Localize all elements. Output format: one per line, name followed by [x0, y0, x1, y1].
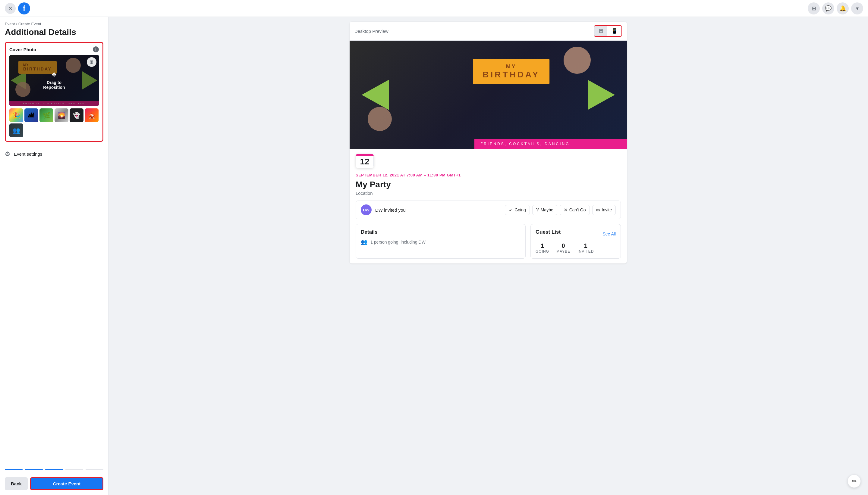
progress-dot-4	[65, 469, 83, 470]
progress-dot-5	[86, 469, 103, 470]
facebook-logo: f	[18, 2, 30, 15]
drag-overlay[interactable]: ✥ Drag toReposition	[9, 55, 99, 106]
grid-icon-button[interactable]: ⊞	[808, 2, 820, 15]
breadcrumb: Event › Create Event	[5, 22, 103, 26]
chevron-down-icon: ▾	[856, 5, 859, 12]
guest-list-title: Guest List	[536, 229, 561, 235]
close-button[interactable]: ✕	[5, 3, 16, 14]
nav-right: ⊞ 💬 🔔 ▾	[808, 2, 863, 15]
details-title: Details	[361, 229, 521, 235]
thumbnail-strip: 🎉 🏙 🌿 🌄 👻 🎪 👥	[9, 108, 99, 137]
invite-button[interactable]: ✉ Invite	[592, 205, 616, 215]
mobile-view-button[interactable]: 📱	[608, 26, 621, 36]
cover-pink-banner: FRIENDS, COCKTAILS, DANCING	[474, 139, 627, 149]
thumbnail-7[interactable]: 👥	[9, 123, 23, 137]
trash-icon: 🗑	[89, 59, 94, 65]
event-content: 12 SEPTEMBER 12, 2021 AT 7:00 AM – 11:30…	[349, 149, 627, 263]
drag-text: Drag toReposition	[43, 80, 65, 90]
create-event-button[interactable]: Create Event	[30, 477, 103, 490]
cover-circle-tr	[563, 47, 591, 74]
see-all-link[interactable]: See All	[603, 232, 616, 236]
date-badge-day: 12	[356, 156, 374, 168]
maybe-stat-label: MAYBE	[556, 249, 570, 254]
people-icon: 👥	[361, 239, 367, 245]
preview-toggle: 🖥 📱	[594, 25, 622, 37]
cant-go-button[interactable]: ✕ Can't Go	[560, 205, 590, 215]
guest-stats: 1 GOING 0 MAYBE 1 INVITED	[536, 242, 616, 254]
maybe-count: 0	[556, 242, 570, 249]
delete-photo-button[interactable]: 🗑	[87, 57, 96, 67]
event-cover-birthday-text: BIRTHDAY	[482, 70, 540, 80]
preview-header: Desktop Preview 🖥 📱	[349, 22, 627, 41]
event-location: Location	[356, 191, 621, 196]
thumbnail-6[interactable]: 🎪	[85, 108, 99, 122]
going-label: Going	[514, 207, 526, 212]
sidebar: Event › Create Event Additional Details …	[0, 17, 109, 495]
two-col-section: Details 👥 1 person going, including DW G…	[356, 224, 621, 259]
messenger-icon: 💬	[825, 5, 832, 12]
mobile-icon: 📱	[611, 28, 618, 34]
cant-go-icon: ✕	[563, 207, 568, 213]
event-datetime: SEPTEMBER 12, 2021 AT 7:00 AM – 11:30 PM…	[356, 173, 621, 177]
desktop-icon: 🖥	[598, 28, 603, 34]
maybe-icon: ?	[536, 207, 539, 212]
going-stat-label: GOING	[536, 249, 549, 254]
gear-icon: ⚙	[5, 150, 10, 157]
invited-stat: 1 INVITED	[577, 242, 594, 254]
progress-dot-2	[25, 469, 43, 470]
going-button[interactable]: ✓ Going	[505, 205, 529, 215]
bottom-buttons: Back Create Event	[5, 475, 103, 490]
edit-icon: ✏	[852, 478, 857, 485]
detail-text-1: 1 person going, including DW	[371, 240, 426, 244]
thumbnail-2[interactable]: 🏙	[24, 108, 38, 122]
thumbnail-5[interactable]: 👻	[70, 108, 83, 122]
maybe-button[interactable]: ? Maybe	[532, 205, 557, 215]
detail-row-1: 👥 1 person going, including DW	[361, 239, 521, 245]
event-cover-card: MY BIRTHDAY	[473, 59, 550, 84]
back-button[interactable]: Back	[5, 477, 28, 490]
rsvp-buttons: ✓ Going ? Maybe ✕ Can't Go ✉	[505, 205, 616, 215]
invited-stat-label: INVITED	[577, 249, 594, 254]
event-name: My Party	[356, 180, 621, 189]
invite-icon: ✉	[596, 207, 600, 213]
bell-icon-button[interactable]: 🔔	[837, 2, 849, 15]
cant-go-label: Can't Go	[569, 207, 586, 212]
info-icon[interactable]: i	[93, 46, 99, 52]
cover-photo-section: Cover Photo i MY BIRTHDAY FRIENDS, COCKT…	[5, 42, 103, 142]
cover-triangle-right-icon	[588, 80, 615, 110]
messenger-icon-button[interactable]: 💬	[822, 2, 834, 15]
date-badge: 12	[356, 154, 374, 168]
account-menu-button[interactable]: ▾	[851, 2, 863, 15]
preview-panel: Desktop Preview 🖥 📱 MY BI	[349, 22, 627, 263]
bell-icon: 🔔	[839, 5, 846, 12]
event-settings[interactable]: ⚙ Event settings	[5, 147, 103, 161]
going-count: 1	[536, 242, 549, 249]
guest-list-header: Guest List See All	[536, 229, 616, 239]
maybe-label: Maybe	[541, 207, 553, 212]
invited-count: 1	[577, 242, 594, 249]
preview-title: Desktop Preview	[355, 29, 389, 34]
event-cover: MY BIRTHDAY FRIENDS, COCKTAILS, DANCING	[349, 41, 627, 149]
page-title: Additional Details	[5, 28, 103, 37]
going-stat: 1 GOING	[536, 242, 549, 254]
cover-photo-label: Cover Photo i	[9, 46, 99, 52]
going-icon: ✓	[509, 207, 513, 213]
invite-label: Invite	[602, 207, 612, 212]
close-icon: ✕	[8, 5, 13, 12]
main-layout: Event › Create Event Additional Details …	[0, 17, 868, 495]
host-text: DW invited you	[375, 207, 501, 212]
desktop-view-button[interactable]: 🖥	[594, 26, 607, 36]
details-box: Details 👥 1 person going, including DW	[356, 224, 526, 259]
host-avatar: DW	[361, 204, 372, 215]
cover-circle-bl	[368, 107, 392, 131]
edit-icon-button[interactable]: ✏	[848, 475, 861, 488]
guest-list-box: Guest List See All 1 GOING 0 MAYBE	[530, 224, 621, 259]
event-settings-label: Event settings	[14, 151, 42, 157]
thumbnail-3[interactable]: 🌿	[39, 108, 53, 122]
thumbnail-1[interactable]: 🎉	[9, 108, 23, 122]
nav-left: ✕ f	[5, 2, 30, 15]
cover-photo-text: Cover Photo	[9, 47, 36, 52]
rsvp-bar: DW DW invited you ✓ Going ? Maybe ✕	[356, 201, 621, 219]
thumbnail-4[interactable]: 🌄	[54, 108, 68, 122]
progress-dots	[5, 464, 103, 475]
